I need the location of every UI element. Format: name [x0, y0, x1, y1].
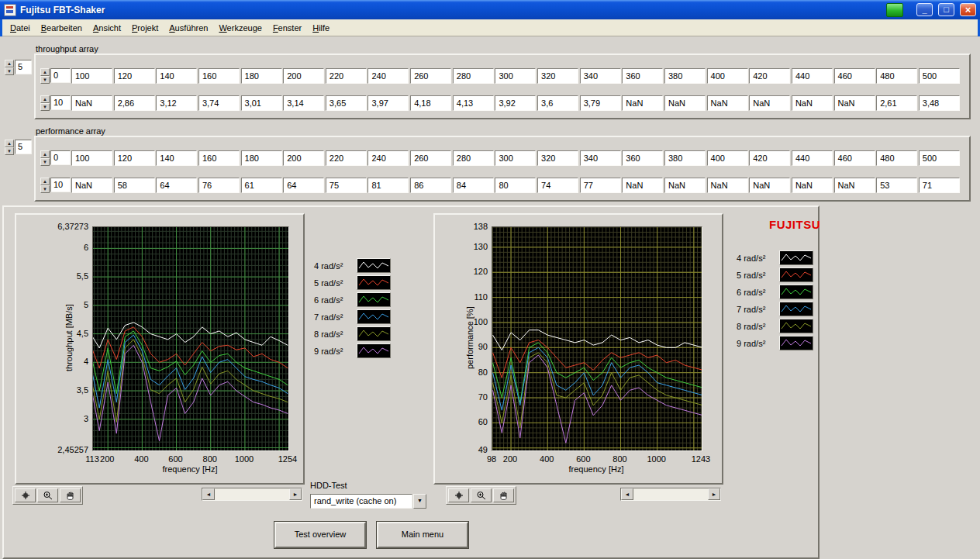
index-value[interactable]: 5 [15, 60, 32, 74]
array-cell[interactable]: NaN [749, 178, 790, 193]
array-cell[interactable]: NaN [664, 95, 706, 111]
array-cell[interactable]: 76 [198, 178, 240, 193]
index-value[interactable]: 10 [50, 95, 71, 110]
array-cell[interactable]: 440 [792, 150, 833, 166]
spin-down-icon[interactable]: ▼ [40, 103, 50, 111]
index-value[interactable]: 10 [50, 178, 71, 192]
main-menu-button[interactable]: Main menu [377, 522, 468, 548]
array-cell[interactable]: 4,13 [453, 95, 494, 111]
menu-werkzeuge[interactable]: Werkzeuge [213, 21, 267, 35]
performance-plot[interactable] [492, 226, 702, 451]
array-cell[interactable]: 160 [198, 150, 240, 166]
legend-item[interactable]: 5 rad/s² [733, 267, 813, 283]
menu-bearbeiten[interactable]: Bearbeiten [36, 21, 88, 35]
array-cell[interactable]: 2,61 [876, 95, 917, 111]
array-cell[interactable]: 120 [114, 150, 155, 166]
legend-item[interactable]: 7 rad/s² [733, 301, 813, 317]
cursor-tool-button[interactable] [15, 488, 36, 502]
spin-down-icon[interactable]: ▼ [40, 185, 50, 193]
array-cell[interactable]: 3,79 [580, 95, 621, 111]
array-cell[interactable]: 140 [156, 150, 197, 166]
spin-down-icon[interactable]: ▼ [5, 147, 14, 155]
array-cell[interactable]: NaN [71, 95, 112, 111]
menu-ansicht[interactable]: Ansicht [88, 21, 126, 35]
array-cell[interactable]: 58 [114, 178, 155, 193]
hdd-test-dropdown-button[interactable]: ▼ [413, 494, 426, 509]
performance-graph-scrollbar[interactable]: ◄ ► [620, 488, 721, 501]
array-cell[interactable]: NaN [834, 95, 875, 111]
array-cell[interactable]: NaN [622, 95, 663, 111]
array-cell[interactable]: 280 [453, 68, 494, 84]
index-value[interactable]: 0 [50, 68, 71, 83]
array-cell[interactable]: 100 [71, 68, 112, 84]
array-cell[interactable]: 3,74 [198, 95, 240, 111]
array-cell[interactable]: 100 [71, 150, 112, 166]
zoom-tool-button[interactable] [37, 488, 58, 502]
array-cell[interactable]: NaN [834, 178, 875, 193]
array-cell[interactable]: 240 [368, 68, 409, 84]
array-cell[interactable]: 400 [707, 150, 748, 166]
array-cell[interactable]: 280 [453, 150, 494, 166]
array-cell[interactable]: 400 [707, 68, 748, 84]
throughput-graph-scrollbar[interactable]: ◄ ► [202, 488, 302, 501]
menu-fenster[interactable]: Fenster [267, 21, 307, 35]
spin-up-icon[interactable]: ▲ [40, 150, 50, 158]
throughput-plot[interactable] [92, 226, 289, 451]
menu-hilfe[interactable]: Hilfe [307, 21, 335, 35]
array-cell[interactable]: 180 [241, 150, 282, 166]
array-cell[interactable]: 86 [410, 178, 451, 193]
array-cell[interactable]: 84 [453, 178, 494, 193]
array-cell[interactable]: 320 [537, 68, 578, 84]
array-cell[interactable]: NaN [664, 178, 706, 193]
array-cell[interactable]: 240 [368, 150, 409, 166]
legend-item[interactable]: 4 rad/s² [733, 250, 813, 266]
maximize-button[interactable]: □ [938, 3, 954, 16]
array-cell[interactable]: 160 [198, 68, 240, 84]
scroll-left-icon[interactable]: ◄ [202, 488, 215, 500]
array-cell[interactable]: 180 [241, 68, 282, 84]
array-cell[interactable]: 3,48 [919, 95, 960, 111]
legend-item[interactable]: 6 rad/s² [310, 292, 391, 308]
hdd-test-dropdown[interactable]: rand_write (cache on) [310, 494, 412, 509]
array-cell[interactable]: 53 [876, 178, 917, 193]
legend-item[interactable]: 4 rad/s² [310, 257, 391, 274]
spin-up-icon[interactable]: ▲ [40, 68, 50, 76]
array-cell[interactable]: NaN [71, 178, 112, 193]
array-cell[interactable]: 3,6 [537, 95, 578, 111]
array-cell[interactable]: NaN [622, 178, 663, 193]
array-cell[interactable]: 200 [283, 68, 324, 84]
array-cell[interactable]: 4,18 [410, 95, 451, 111]
array-cell[interactable]: 480 [876, 150, 917, 166]
array-cell[interactable]: 340 [580, 150, 621, 166]
array-cell[interactable]: 340 [580, 68, 621, 84]
array-cell[interactable]: 420 [749, 150, 790, 166]
array-cell[interactable]: 220 [326, 150, 367, 166]
array-cell[interactable]: 81 [368, 178, 409, 193]
array-cell[interactable]: 61 [241, 178, 282, 193]
array-cell[interactable]: 460 [834, 150, 875, 166]
array-cell[interactable]: 260 [410, 150, 451, 166]
pan-tool-button[interactable] [60, 488, 81, 502]
menu-ausfuehren[interactable]: Ausführen [164, 21, 213, 35]
array-cell[interactable]: 3,97 [368, 95, 409, 111]
scroll-right-icon[interactable]: ► [708, 488, 720, 500]
array-cell[interactable]: 64 [156, 178, 197, 193]
index-value[interactable]: 0 [50, 150, 71, 165]
array-cell[interactable]: 300 [495, 150, 536, 166]
spin-up-icon[interactable]: ▲ [5, 140, 14, 147]
legend-item[interactable]: 9 rad/s² [733, 335, 813, 351]
array-cell[interactable]: 71 [919, 178, 960, 193]
array-cell[interactable]: 360 [622, 68, 663, 84]
array-cell[interactable]: 420 [749, 68, 790, 84]
test-overview-button[interactable]: Test overview [274, 522, 366, 548]
array-cell[interactable]: 440 [792, 68, 833, 84]
array-cell[interactable]: 2,86 [114, 95, 155, 111]
menu-projekt[interactable]: Projekt [126, 21, 164, 35]
legend-item[interactable]: 9 rad/s² [310, 343, 391, 359]
array-cell[interactable]: 80 [495, 178, 536, 193]
legend-item[interactable]: 5 rad/s² [310, 274, 391, 291]
array-cell[interactable]: 3,92 [495, 95, 536, 111]
zoom-tool-button[interactable] [471, 488, 492, 502]
spin-down-icon[interactable]: ▼ [40, 76, 50, 84]
array-cell[interactable]: 74 [537, 178, 578, 193]
